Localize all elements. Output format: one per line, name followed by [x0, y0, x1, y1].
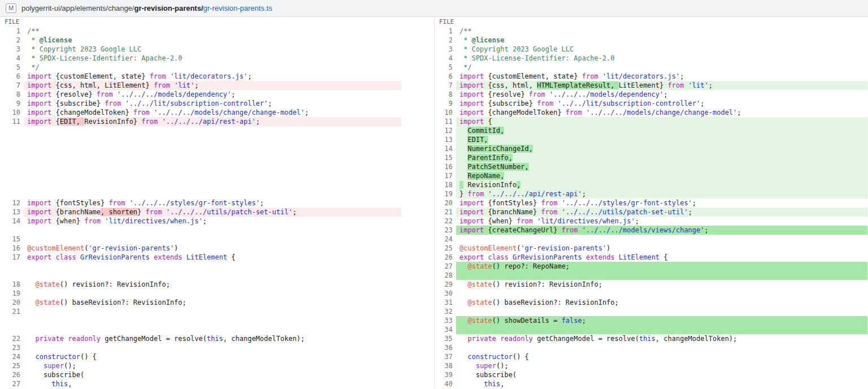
- line-number[interactable]: 39: [435, 370, 456, 379]
- line-number[interactable]: 11: [435, 117, 456, 126]
- line-number[interactable]: 34: [435, 325, 456, 334]
- line-number[interactable]: 12: [0, 198, 24, 208]
- line-number[interactable]: 36: [435, 343, 456, 352]
- line-number[interactable]: 26: [0, 370, 24, 379]
- line-number[interactable]: 5: [0, 63, 24, 72]
- line-number[interactable]: 3: [435, 45, 456, 54]
- line-number[interactable]: 18: [435, 180, 456, 189]
- line-number[interactable]: 7: [0, 81, 24, 90]
- diff-row: 27 @state() repo?: RepoName;: [435, 262, 867, 271]
- line-number[interactable]: 23: [0, 343, 24, 352]
- line-number: [0, 162, 24, 171]
- line-number[interactable]: 25: [435, 244, 456, 253]
- line-number[interactable]: 22: [0, 334, 24, 343]
- line-number[interactable]: 10: [0, 108, 24, 117]
- line-number[interactable]: 4: [0, 54, 24, 63]
- line-number[interactable]: 28: [435, 271, 456, 280]
- code-token: [459, 262, 467, 270]
- line-number[interactable]: 7: [435, 81, 456, 90]
- code-line: @state() revision?: RevisionInfo;: [24, 280, 401, 289]
- line-number[interactable]: 10: [435, 108, 456, 117]
- line-number[interactable]: 11: [0, 117, 24, 126]
- diff-row: [0, 226, 434, 235]
- line-number[interactable]: 32: [435, 307, 456, 316]
- line-number[interactable]: 33: [435, 316, 456, 325]
- line-number[interactable]: 6: [435, 72, 456, 81]
- line-number[interactable]: 13: [435, 135, 456, 144]
- code-token: [183, 253, 186, 261]
- code-line: [24, 343, 401, 352]
- line-number[interactable]: 15: [0, 235, 24, 244]
- code-token: [484, 253, 488, 261]
- code-token: {changeModelToken}: [51, 109, 133, 116]
- line-number[interactable]: 25: [0, 361, 24, 370]
- code-token: from: [537, 100, 553, 107]
- line-number[interactable]: 20: [435, 198, 456, 208]
- line-number[interactable]: 8: [435, 90, 456, 99]
- code-token: @state: [467, 262, 492, 270]
- line-number[interactable]: 26: [435, 253, 456, 262]
- line-number[interactable]: 16: [0, 244, 24, 253]
- line-number[interactable]: 2: [435, 36, 456, 45]
- line-number[interactable]: 37: [435, 352, 456, 361]
- code-line: import {resolve} from '../../../models/d…: [24, 90, 401, 99]
- diff-row: 40 this,: [435, 379, 867, 388]
- diff-row: 15 ParentInfo,: [435, 153, 867, 162]
- line-number[interactable]: 21: [0, 307, 24, 316]
- diff-row: 8import {resolve} from '../../../models/…: [0, 90, 434, 99]
- line-number[interactable]: 23: [435, 226, 456, 235]
- line-number[interactable]: 8: [0, 90, 24, 99]
- line-number[interactable]: 5: [435, 63, 456, 72]
- line-number[interactable]: 1: [435, 27, 456, 36]
- line-number[interactable]: 3: [0, 45, 24, 54]
- line-number[interactable]: 35: [435, 334, 456, 343]
- line-number[interactable]: 27: [435, 262, 456, 271]
- code-token: constructor: [467, 353, 512, 361]
- line-number[interactable]: 30: [435, 289, 456, 298]
- line-number[interactable]: 24: [435, 235, 456, 244]
- line-number[interactable]: 14: [0, 217, 24, 226]
- line-number[interactable]: 31: [435, 298, 456, 307]
- line-number: [0, 189, 24, 198]
- line-number[interactable]: 29: [435, 280, 456, 289]
- line-number[interactable]: 13: [0, 208, 24, 217]
- line-number[interactable]: 20: [0, 298, 24, 307]
- code-token: RevisionInfo}: [84, 118, 141, 126]
- line-number[interactable]: 16: [435, 162, 456, 171]
- diff-row: 22 private readonly getChangeModel = res…: [0, 334, 434, 343]
- line-number[interactable]: 4: [435, 54, 456, 63]
- line-number[interactable]: 38: [435, 361, 456, 370]
- line-number[interactable]: 17: [0, 253, 24, 262]
- line-number[interactable]: 40: [435, 379, 456, 388]
- code-line: @customElement('gr-revision-parents'): [24, 244, 401, 253]
- line-number[interactable]: 27: [0, 379, 24, 388]
- line-number[interactable]: 17: [435, 171, 456, 180]
- line-number[interactable]: 12: [435, 126, 456, 135]
- line-number[interactable]: 2: [0, 36, 24, 45]
- code-line: subscribe(: [24, 370, 401, 379]
- line-number[interactable]: 15: [435, 153, 456, 162]
- diff-row: 14 NumericChangeId,: [435, 144, 867, 153]
- line-number[interactable]: 18: [0, 280, 24, 289]
- code-token: import: [459, 109, 484, 116]
- file-path-link[interactable]: gr-revision-parents.ts: [203, 4, 272, 12]
- line-number[interactable]: 22: [435, 217, 456, 226]
- line-number[interactable]: 9: [435, 99, 456, 108]
- code-line: private readonly getChangeModel = resolv…: [24, 334, 401, 343]
- line-number[interactable]: 14: [435, 144, 456, 153]
- line-number[interactable]: 1: [0, 27, 24, 36]
- code-token: 'lit': [174, 81, 194, 89]
- code-token: constructor: [35, 353, 80, 361]
- code-line: @state() revision?: RevisionInfo;: [456, 280, 867, 289]
- code-token: import: [27, 81, 51, 89]
- diff-row: 25 super();: [0, 361, 434, 370]
- line-number[interactable]: 24: [0, 352, 24, 361]
- line-number[interactable]: 19: [0, 289, 24, 298]
- line-number[interactable]: 21: [435, 208, 456, 217]
- line-number[interactable]: 6: [0, 72, 24, 81]
- diff-row: 16@customElement('gr-revision-parents'): [0, 244, 434, 253]
- code-token: [27, 362, 44, 370]
- code-token: import: [459, 217, 484, 225]
- line-number[interactable]: 19: [435, 189, 456, 198]
- line-number[interactable]: 9: [0, 99, 24, 108]
